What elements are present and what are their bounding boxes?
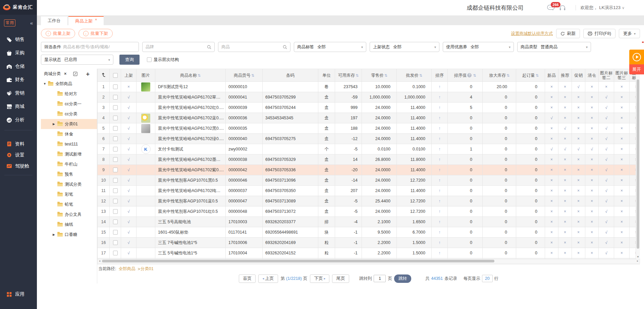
- path-root-link[interactable]: 全部商品: [118, 266, 135, 272]
- tag-select[interactable]: 商品标签全部 ▾: [294, 42, 366, 52]
- column-header-rp[interactable]: 零售价⇅: [362, 69, 397, 82]
- column-header-sv[interactable]: 排序值?⇅: [448, 69, 483, 82]
- collapse-sidebar-icon[interactable]: «: [30, 20, 33, 26]
- page-size-input[interactable]: 20: [482, 275, 493, 282]
- tree-item-给对方[interactable]: 给对方: [41, 89, 97, 99]
- video-guide-button[interactable]: [629, 50, 644, 64]
- tree-item-测试分类[interactable]: 测试分类: [41, 179, 97, 189]
- scrollbar-thumb[interactable]: [102, 260, 494, 262]
- row-checkbox[interactable]: [113, 168, 118, 172]
- row-checkbox[interactable]: [113, 188, 118, 193]
- table-row[interactable]: 14√三五 5号高能电池170100036932620203377排-42.10…: [98, 217, 640, 227]
- row-checkbox[interactable]: [113, 209, 118, 214]
- sort-up-arrow-icon[interactable]: ↑: [439, 157, 441, 162]
- sort-up-arrow-icon[interactable]: ↑: [439, 199, 441, 203]
- table-row[interactable]: 1×DFS测试货号1200000010卷23754310.00000.1000↑…: [98, 82, 640, 92]
- sort-up-arrow-icon[interactable]: ↑: [439, 126, 441, 131]
- tree-item-test111[interactable]: test111: [41, 139, 97, 149]
- column-header-stock[interactable]: 可用库存⇅: [335, 69, 362, 82]
- jump-button[interactable]: 跳转: [394, 274, 411, 283]
- product-thumbnail[interactable]: K: [141, 144, 151, 154]
- favorites-badge[interactable]: 常用: [4, 19, 15, 26]
- scrollbar-thumb[interactable]: [637, 79, 639, 249]
- print-button[interactable]: 打印(F8): [583, 29, 615, 38]
- sort-up-arrow-icon[interactable]: ↑: [439, 95, 441, 100]
- more-button[interactable]: 更多 ▾: [619, 29, 640, 38]
- sidebar-item-商城[interactable]: 商城: [0, 100, 37, 113]
- table-row[interactable]: 16√三五 7号碱性电池1*5170100066932620204169粒-12…: [98, 238, 640, 248]
- product-thumbnail[interactable]: [141, 82, 150, 91]
- vertical-scrollbar[interactable]: ▲ ▼: [636, 69, 640, 259]
- sort-icon[interactable]: ⇅: [251, 73, 254, 77]
- row-checkbox[interactable]: [113, 240, 118, 245]
- column-header-name[interactable]: 商品名称⇅: [155, 69, 226, 82]
- user-menu[interactable]: 欢迎您， LK演示123 ∨: [580, 5, 625, 11]
- table-row[interactable]: 6√晨光中性笔笑哈哈AGP61702绿0.…000000406947503705…: [98, 134, 640, 144]
- sort-up-arrow-icon[interactable]: ↑: [439, 105, 441, 110]
- sort-icon[interactable]: ⇅: [506, 73, 509, 77]
- scroll-left-icon[interactable]: ◂: [98, 259, 102, 263]
- tree-caret-icon[interactable]: ▶: [53, 122, 57, 126]
- sort-icon[interactable]: ⇅: [419, 73, 422, 77]
- table-row[interactable]: 17√三五 5号碱性电池1*5170100046932620204152粒-12…: [98, 248, 640, 258]
- tree-item-测试新增[interactable]: 测试新增: [41, 149, 97, 159]
- sidebar-item-设置[interactable]: 设置: [0, 149, 37, 161]
- prev-page-button[interactable]: ◂ 上页: [258, 274, 278, 283]
- scroll-right-icon[interactable]: ▸: [636, 259, 640, 263]
- column-header-mo[interactable]: 起订量⇅: [516, 69, 545, 82]
- tab-workbench[interactable]: 工作台: [41, 16, 67, 25]
- row-checkbox[interactable]: [113, 230, 118, 235]
- sort-icon[interactable]: ⇅: [536, 73, 539, 77]
- column-header-zs[interactable]: 放大库存⇅: [483, 69, 516, 82]
- product-input[interactable]: 商品: [218, 42, 290, 52]
- add-category-icon[interactable]: ＋: [85, 70, 91, 78]
- product-thumbnail[interactable]: [141, 124, 150, 133]
- sort-up-arrow-icon[interactable]: ↑: [439, 240, 441, 245]
- tree-item-分类01[interactable]: ▶分类01: [41, 119, 97, 129]
- table-row[interactable]: 8√晨光中性笔笑哈哈AGP61702墨…00000038694750370532…: [98, 154, 640, 165]
- close-tab-icon[interactable]: ×: [95, 17, 97, 21]
- tree-item-彩笔[interactable]: 彩笔: [41, 189, 97, 199]
- default-sort-link[interactable]: 设置商城默认排序方式: [511, 31, 553, 37]
- scroll-down-icon[interactable]: ▼: [636, 255, 640, 259]
- brand-input[interactable]: 品牌: [142, 42, 215, 52]
- table-row[interactable]: 10√晨光中性笔别客AGP10701黑0.5000000466947503713…: [98, 175, 640, 186]
- product-type-select[interactable]: 商品类型普通商品 ▾: [517, 42, 591, 52]
- row-checkbox[interactable]: [113, 136, 118, 141]
- path-current-link[interactable]: 分类01: [141, 266, 154, 272]
- first-page-button[interactable]: 首页: [239, 274, 256, 283]
- tree-item-休食[interactable]: 休食: [41, 129, 97, 139]
- sidebar-item-驾驶舱[interactable]: 驾驶舱: [0, 161, 37, 172]
- row-checkbox[interactable]: [113, 116, 118, 120]
- checkbox[interactable]: [147, 57, 152, 62]
- table-row[interactable]: 13√晨光中性笔别客AGP10701红0.5000000486947503713…: [98, 206, 640, 217]
- table-row[interactable]: 2√晨光中性笔笑哈哈AGP61702草…00000041694750370529…: [98, 92, 640, 103]
- row-checkbox[interactable]: [113, 199, 118, 203]
- sidebar-item-仓储[interactable]: 仓储: [0, 60, 37, 73]
- jump-page-input[interactable]: [374, 275, 386, 282]
- sidebar-item-资料[interactable]: 资料: [0, 138, 37, 149]
- table-row[interactable]: 7√K支付卡包测试zwy00002个-50.01000.0100↑100√√√√…: [98, 144, 640, 154]
- sort-up-arrow-icon[interactable]: ↑: [439, 178, 441, 183]
- listing-status-select[interactable]: 上架状态全部 ▾: [370, 42, 439, 52]
- next-page-button[interactable]: 下页 ▸: [310, 274, 329, 283]
- row-checkbox[interactable]: [113, 157, 118, 162]
- sort-up-arrow-icon[interactable]: ↑: [439, 136, 441, 141]
- sidebar-item-分析[interactable]: 分析: [0, 113, 37, 127]
- tree-item-口香糖[interactable]: ▶口香糖: [41, 230, 97, 240]
- messages-button[interactable]: 266: [547, 5, 555, 11]
- last-page-button[interactable]: 尾页: [332, 274, 349, 283]
- column-header-wp[interactable]: 批发价⇅: [397, 69, 432, 82]
- table-row[interactable]: 9√晨光中性笔笑哈哈AGP61702紫0.…000000426947503705…: [98, 165, 640, 175]
- support-button[interactable]: [559, 5, 566, 11]
- tree-item-cc分类[interactable]: cc分类: [41, 109, 97, 119]
- coupon-select[interactable]: 使用优惠券全部 ▾: [443, 42, 514, 52]
- table-row[interactable]: 15√1601-450鼠标垫0117014169205564498691块-19…: [98, 227, 640, 238]
- horizontal-scrollbar[interactable]: ◂ ▸: [97, 259, 640, 264]
- brand-logo[interactable]: 采肯企汇: [0, 0, 37, 15]
- row-checkbox[interactable]: [113, 126, 118, 131]
- table-row[interactable]: 12√晨光中性笔别客AGP10701蓝0.5000000476947503713…: [98, 196, 640, 206]
- sort-up-arrow-icon[interactable]: ↑: [439, 147, 441, 151]
- tree-item-抽纸[interactable]: 抽纸: [41, 220, 97, 230]
- sort-up-arrow-icon[interactable]: ↑: [439, 188, 441, 193]
